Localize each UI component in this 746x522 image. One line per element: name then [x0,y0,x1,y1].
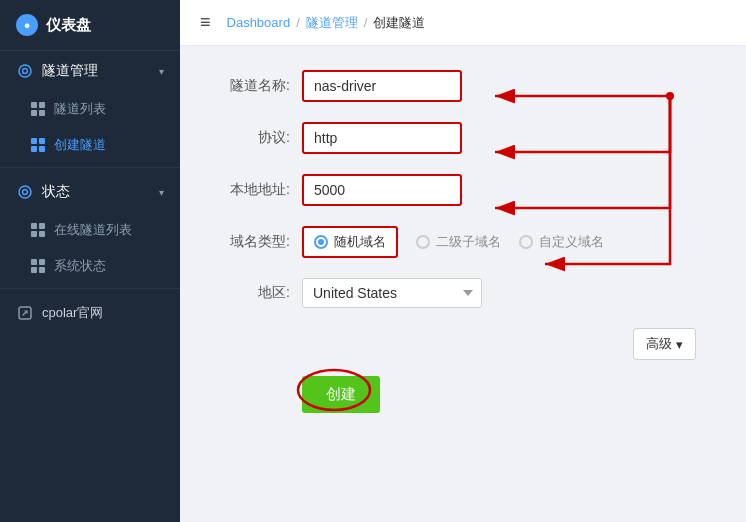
custom-domain-option[interactable]: 自定义域名 [519,233,604,251]
status-icon [16,183,34,201]
sidebar-logo[interactable]: ● 仪表盘 [0,0,180,51]
svg-point-2 [19,186,31,198]
cpolar-label: cpolar官网 [42,304,103,322]
svg-point-1 [23,69,28,74]
menu-toggle-icon[interactable]: ≡ [200,12,211,33]
region-row: 地区: United States China Asia Europe [210,278,716,308]
tunnel-name-input[interactable] [302,70,462,102]
domain-type-row: 域名类型: 随机域名 二级子域名 自定义域名 [210,226,716,258]
local-addr-input[interactable] [302,174,462,206]
sidebar-item-system-status[interactable]: 系统状态 [0,248,180,284]
svg-point-3 [23,190,28,195]
create-tunnel-icon [30,137,46,153]
sidebar-item-tunnel-list[interactable]: 隧道列表 [0,91,180,127]
system-status-icon [30,258,46,274]
tunnel-list-label: 隧道列表 [54,100,106,118]
second-level-radio[interactable] [416,235,430,249]
advanced-row: 高级 ▾ [210,328,716,360]
sidebar: ● 仪表盘 隧道管理 ▾ 隧道列表 创建隧道 [0,0,180,522]
second-level-label: 二级子域名 [436,233,501,251]
region-select[interactable]: United States China Asia Europe [302,278,482,308]
custom-domain-label: 自定义域名 [539,233,604,251]
create-row: 创建 [302,376,716,413]
protocol-row: 协议: [210,122,716,154]
protocol-label: 协议: [210,129,290,147]
form-area: 隧道名称: 协议: 本地地址: 域名类型: 随机域名 [180,46,746,522]
sidebar-item-create-tunnel[interactable]: 创建隧道 [0,127,180,163]
sidebar-item-status[interactable]: 状态 ▾ [0,172,180,212]
topbar: ≡ Dashboard / 隧道管理 / 创建隧道 [180,0,746,46]
local-addr-row: 本地地址: [210,174,716,206]
system-status-label: 系统状态 [54,257,106,275]
advanced-button[interactable]: 高级 ▾ [633,328,696,360]
sidebar-item-tunnel-management[interactable]: 隧道管理 ▾ [0,51,180,91]
dashboard-icon: ● [16,14,38,36]
advanced-chevron: ▾ [676,337,683,352]
breadcrumb-sep-2: / [364,15,368,30]
sidebar-tunnel-section: 隧道管理 ▾ 隧道列表 创建隧道 [0,51,180,163]
local-addr-label: 本地地址: [210,181,290,199]
custom-domain-radio[interactable] [519,235,533,249]
tunnel-name-row: 隧道名称: [210,70,716,102]
random-domain-radio[interactable] [314,235,328,249]
breadcrumb-tunnel-mgmt[interactable]: 隧道管理 [306,14,358,32]
breadcrumb: Dashboard / 隧道管理 / 创建隧道 [227,14,426,32]
tunnel-list-icon [30,101,46,117]
breadcrumb-current: 创建隧道 [373,14,425,32]
domain-type-selected-box[interactable]: 随机域名 [302,226,398,258]
status-label: 状态 [42,183,70,201]
online-tunnels-icon [30,222,46,238]
svg-point-0 [19,65,31,77]
sidebar-divider-1 [0,167,180,168]
main-content: ≡ Dashboard / 隧道管理 / 创建隧道 隧道名称: 协议: 本地地址… [180,0,746,522]
breadcrumb-sep-1: / [296,15,300,30]
sidebar-divider-2 [0,288,180,289]
protocol-input[interactable] [302,122,462,154]
breadcrumb-dashboard[interactable]: Dashboard [227,15,291,30]
tunnel-management-icon [16,62,34,80]
advanced-label: 高级 [646,335,672,353]
domain-type-label: 域名类型: [210,233,290,251]
create-button[interactable]: 创建 [302,376,380,413]
cpolar-icon [16,304,34,322]
online-tunnels-label: 在线隧道列表 [54,221,132,239]
random-domain-label: 随机域名 [334,233,386,251]
sidebar-item-cpolar[interactable]: cpolar官网 [0,293,180,333]
tunnel-name-label: 隧道名称: [210,77,290,95]
region-label: 地区: [210,284,290,302]
create-label: 创建 [326,385,356,404]
form-wrapper: 隧道名称: 协议: 本地地址: 域名类型: 随机域名 [210,70,716,413]
tunnel-management-label: 隧道管理 [42,62,98,80]
create-tunnel-label: 创建隧道 [54,136,106,154]
sidebar-item-online-tunnels[interactable]: 在线隧道列表 [0,212,180,248]
second-level-option[interactable]: 二级子域名 [416,233,501,251]
tunnel-management-chevron: ▾ [159,66,164,77]
status-chevron: ▾ [159,187,164,198]
sidebar-logo-label: 仪表盘 [46,16,91,35]
sidebar-status-section: 状态 ▾ 在线隧道列表 系统状态 [0,172,180,284]
